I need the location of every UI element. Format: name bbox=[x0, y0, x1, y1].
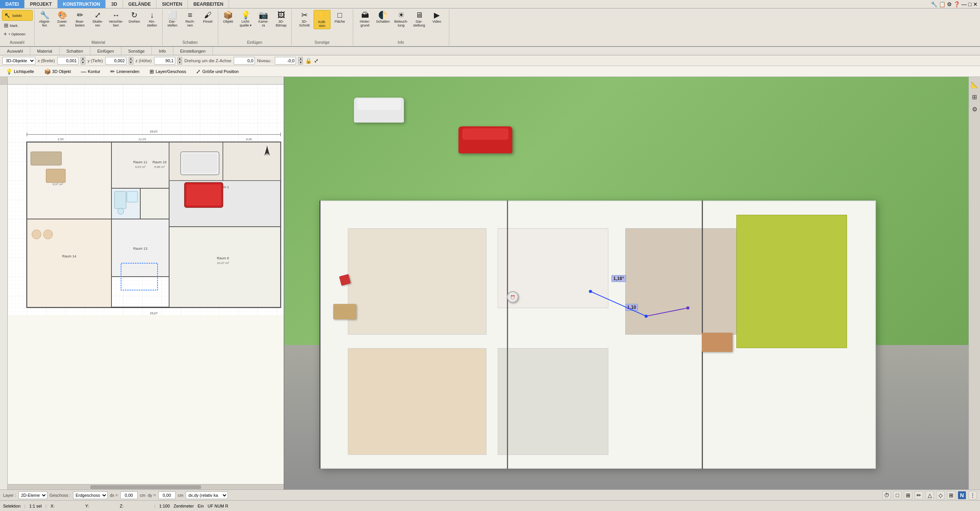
sec-info[interactable]: Info bbox=[152, 47, 173, 55]
niveau-up[interactable]: ▲ bbox=[298, 57, 303, 61]
tool-3dschnitt[interactable]: ✂ 3D-Schnitt bbox=[296, 10, 313, 28]
menu-projekt[interactable]: PROJEKT bbox=[25, 0, 58, 8]
plan-view[interactable]: // Will be handled by JS below bbox=[0, 77, 284, 489]
x-breite-down[interactable]: ▼ bbox=[81, 61, 85, 65]
menu-3d[interactable]: 3D bbox=[106, 0, 123, 8]
tool-lichtquelle[interactable]: 💡 Licht-quelle ▾ bbox=[238, 10, 254, 28]
z-hohe-down[interactable]: ▼ bbox=[178, 61, 182, 65]
svg-rect-29 bbox=[46, 169, 65, 182]
bt-snap-btn[interactable]: □ bbox=[893, 491, 902, 499]
bt-dia-btn[interactable]: ◇ bbox=[936, 491, 945, 499]
sec-einfugen[interactable]: Einfügen bbox=[90, 47, 121, 55]
sec-einstellungen[interactable]: Einstellungen bbox=[173, 47, 213, 55]
tool-mark[interactable]: ⊞ Mark. bbox=[2, 22, 33, 29]
tab-grosse-position[interactable]: ⤢ Größe und Position bbox=[192, 67, 243, 76]
sec-sonstige[interactable]: Sonstige bbox=[121, 47, 152, 55]
niveau-spinner[interactable]: ▲ ▼ bbox=[298, 57, 303, 65]
svg-text:6,86 m²: 6,86 m² bbox=[154, 165, 164, 169]
tool-skalieren[interactable]: ⤢ Skalie-ren bbox=[89, 10, 106, 28]
tool-rechnen[interactable]: ≡ Rech-nen bbox=[182, 10, 199, 28]
close-btn[interactable]: ✕ bbox=[973, 1, 978, 7]
layer-select[interactable]: 2D-Eleme bbox=[18, 491, 47, 499]
y-tiefe-down[interactable]: ▼ bbox=[129, 61, 133, 65]
tool-beararbeiten[interactable]: ✏ Bear-beiten bbox=[71, 10, 88, 28]
menu-sichten[interactable]: SICHTEN bbox=[156, 0, 188, 8]
minimize-btn[interactable]: — bbox=[962, 1, 967, 7]
scrollbar-thumb[interactable] bbox=[90, 485, 201, 489]
tool-flache[interactable]: □ Fläche bbox=[331, 10, 348, 25]
object-type-select[interactable]: 3D-Objekte bbox=[2, 57, 35, 65]
tool-kamera[interactable]: 📷 Kame-ra bbox=[255, 10, 272, 28]
tool-objekt[interactable]: 📦 Objekt bbox=[220, 10, 237, 25]
window-icon-4[interactable]: ❓ bbox=[953, 1, 960, 7]
lichtquelle-label: Licht-quelle ▾ bbox=[240, 20, 252, 27]
y-tiefe-spinner[interactable]: ▲ ▼ bbox=[129, 57, 133, 65]
dx-input[interactable] bbox=[120, 491, 138, 499]
verschieben-label: Verschie-ben bbox=[109, 20, 123, 27]
tool-beleuchtung[interactable]: ☀ Beleuch-tung bbox=[392, 10, 410, 28]
plan-horizontal-scrollbar[interactable] bbox=[8, 484, 284, 489]
tool-optionen[interactable]: + + Optionen bbox=[2, 30, 33, 38]
tool-zuweisen[interactable]: 🎨 Zuwei-sen bbox=[54, 10, 71, 28]
tool-drehen[interactable]: ↻ Drehen bbox=[126, 10, 143, 25]
tool-darstellung[interactable]: 🖥 Dar-stellung bbox=[411, 10, 428, 28]
rp-icon-1[interactable]: 📐 bbox=[970, 80, 979, 89]
bt-timer-btn[interactable]: ⏱ bbox=[882, 491, 891, 499]
niveau-input[interactable] bbox=[275, 57, 296, 65]
z-hohe-input[interactable] bbox=[154, 57, 175, 65]
y-tiefe-up[interactable]: ▲ bbox=[129, 57, 133, 61]
tool-abgreifen[interactable]: 🔧 Abgrei-fen bbox=[36, 10, 53, 28]
tool-hintergrund[interactable]: 🏔 Hinter-grund bbox=[357, 10, 374, 28]
menu-datei[interactable]: DATEI bbox=[0, 0, 25, 8]
svg-rect-32 bbox=[115, 191, 126, 209]
rotation-input[interactable] bbox=[234, 57, 255, 65]
x-breite-spinner[interactable]: ▲ ▼ bbox=[81, 57, 85, 65]
tab-lichtquelle[interactable]: 💡 Lichtquelle bbox=[2, 67, 38, 76]
z-hohe-up[interactable]: ▲ bbox=[178, 57, 182, 61]
menu-gelande[interactable]: GELÄNDE bbox=[123, 0, 157, 8]
tool-selekt[interactable]: ↖ Selekt bbox=[2, 10, 33, 21]
niveau-down[interactable]: ▼ bbox=[298, 61, 303, 65]
expand-icon[interactable]: ⤢ bbox=[314, 58, 319, 64]
window-icon-1[interactable]: 🔧 bbox=[931, 1, 937, 7]
tool-kollision[interactable]: ⚡ Kolli-sion bbox=[314, 10, 331, 29]
window-icon-2[interactable]: 📋 bbox=[939, 1, 945, 7]
tool-schatten2[interactable]: 🌓 Schatten bbox=[374, 10, 392, 25]
3d-render-area[interactable]: 1,16° 1,10 ⏰ bbox=[284, 77, 980, 489]
bt-grid2-btn[interactable]: ⊞ bbox=[947, 491, 955, 499]
tool-3dbitmap[interactable]: 🖼 3D-Bitmap bbox=[273, 10, 290, 28]
bt-tri-btn[interactable]: △ bbox=[925, 491, 934, 499]
z-hohe-spinner[interactable]: ▲ ▼ bbox=[178, 57, 182, 65]
menu-bearbeiten[interactable]: BEARBEITEN bbox=[188, 0, 229, 8]
tool-video[interactable]: ▶ Video bbox=[429, 10, 445, 25]
geschoss-select[interactable]: Erdgeschoss bbox=[73, 491, 108, 499]
window-icon-3[interactable]: ⚙ bbox=[947, 1, 952, 7]
tab-layer-geschoss[interactable]: ⊞ Layer/Geschoss bbox=[145, 67, 190, 76]
rp-icon-2[interactable]: ⊞ bbox=[970, 92, 979, 101]
sec-auswahl[interactable]: Auswahl bbox=[0, 47, 30, 55]
sec-material[interactable]: Material bbox=[30, 47, 60, 55]
maximize-btn[interactable]: □ bbox=[968, 1, 972, 7]
y-tiefe-input[interactable] bbox=[105, 57, 126, 65]
3d-view[interactable]: 1,16° 1,10 ⏰ 📐 ⊞ bbox=[284, 77, 980, 489]
bt-edit-btn[interactable]: ✏ bbox=[915, 491, 923, 499]
bt-grid-btn[interactable]: ⊞ bbox=[904, 491, 912, 499]
dy-input[interactable] bbox=[158, 491, 176, 499]
tool-pinsel[interactable]: 🖌 Pinsel bbox=[199, 10, 216, 25]
sonstige-label: Sonstige bbox=[315, 40, 330, 45]
tab-3d-objekt[interactable]: 📦 3D Objekt bbox=[40, 67, 75, 76]
tool-darstellen[interactable]: ⬜ Dar-stellen bbox=[164, 10, 181, 28]
tab-linienenden[interactable]: ✏ Linienenden bbox=[106, 67, 144, 76]
x-breite-up[interactable]: ▲ bbox=[81, 57, 85, 61]
sec-schatten[interactable]: Schatten bbox=[60, 47, 90, 55]
tool-verschieben[interactable]: ↔ Verschie-ben bbox=[107, 10, 125, 28]
lock-icon[interactable]: 🔒 bbox=[305, 58, 312, 64]
rp-icon-3[interactable]: ⚙ bbox=[970, 105, 979, 114]
bt-more-btn[interactable]: ⋮ bbox=[968, 491, 977, 499]
x-breite-input[interactable] bbox=[57, 57, 78, 65]
bt-north-btn[interactable]: N bbox=[958, 491, 966, 499]
menu-konstruktion[interactable]: KONSTRUKTION bbox=[58, 0, 106, 8]
tool-hinstellen[interactable]: ↓ Hin-stellen bbox=[144, 10, 161, 28]
mode-select[interactable]: dx,dy (relativ ka bbox=[186, 491, 228, 499]
tab-kontur[interactable]: — Kontur bbox=[77, 67, 105, 76]
